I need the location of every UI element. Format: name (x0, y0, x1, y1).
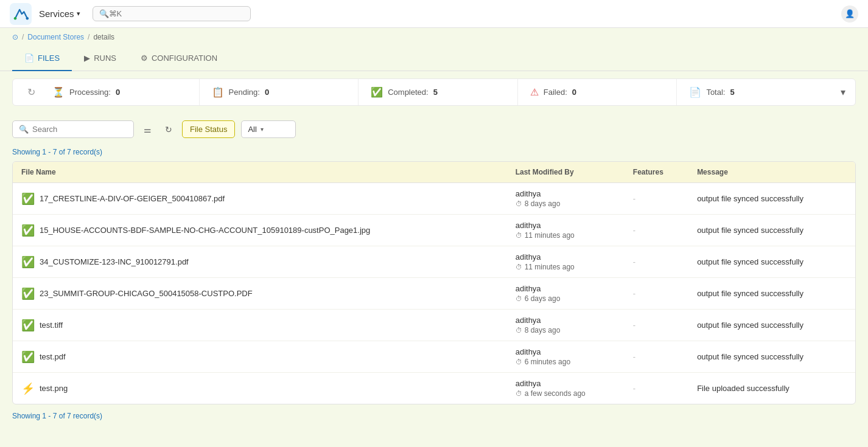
cell-file-name[interactable]: ✅ 34_CUSTOMIZE-123-INC_910012791.pdf (13, 246, 507, 278)
file-search-wrap[interactable]: 🔍 (12, 120, 134, 138)
search-input[interactable] (109, 9, 244, 18)
features-dash: - (633, 289, 635, 298)
time-text: 8 days ago (525, 199, 561, 208)
completed-label: Completed: (388, 88, 428, 97)
home-icon[interactable]: ⊙ (12, 33, 18, 41)
cell-file-name[interactable]: ✅ 17_CRESTLINE-A-DIV-OF-GEIGER_500410867… (13, 183, 507, 215)
pending-icon: ⚡ (21, 382, 35, 395)
cell-modified-by: adithya ⏱ 8 days ago (507, 310, 625, 341)
table-row: ⚡ test.png adithya ⏱ a few seconds ago -… (13, 373, 855, 404)
search-icon: 🔍 (99, 9, 109, 18)
table-row: ✅ 34_CUSTOMIZE-123-INC_910012791.pdf adi… (13, 246, 855, 278)
table-row: ✅ test.tiff adithya ⏱ 8 days ago - outpu… (13, 310, 855, 341)
svg-rect-0 (10, 3, 32, 25)
tab-bar: 📄 FILES ▶ RUNS ⚙ CONFIGURATION (0, 46, 868, 71)
total-value: 5 (730, 88, 734, 97)
features-dash: - (633, 384, 635, 393)
clock-icon: ⏱ (516, 263, 522, 271)
table-row: ✅ test.pdf adithya ⏱ 6 minutes ago - out… (13, 341, 855, 373)
time-text: 8 days ago (525, 326, 561, 334)
pending-label: Pending: (229, 88, 260, 97)
modified-user-name: adithya (516, 284, 616, 293)
expand-stats-button[interactable]: ▾ (836, 86, 845, 98)
processing-icon: ⏳ (52, 86, 65, 98)
cell-features: - (625, 373, 688, 404)
message-text: output file synced successfully (697, 226, 803, 235)
services-menu[interactable]: Services ▾ (39, 9, 80, 19)
cell-file-name[interactable]: ✅ 15_HOUSE-ACCOUNTS-BDF-SAMPLE-NO-CHG-AC… (13, 215, 507, 246)
pending-value: 0 (265, 88, 269, 97)
refresh-button[interactable]: ↻ (161, 121, 176, 138)
cell-file-name[interactable]: ✅ test.pdf (13, 341, 507, 373)
cell-modified-by: adithya ⏱ 8 days ago (507, 183, 625, 215)
cell-modified-by: adithya ⏱ 6 days ago (507, 278, 625, 310)
modified-time: ⏱ 6 days ago (516, 294, 616, 303)
modified-time: ⏱ 6 minutes ago (516, 358, 616, 366)
clock-icon: ⏱ (516, 390, 522, 397)
message-text: File uploaded successfully (697, 384, 789, 393)
breadcrumb-document-stores[interactable]: Document Stores (27, 33, 84, 41)
app-logo[interactable] (10, 3, 32, 25)
record-count-top: Showing 1 - 7 of 7 record(s) (12, 145, 856, 161)
filter-button[interactable]: ⚌ (140, 121, 155, 138)
user-profile-button[interactable]: 👤 (841, 5, 858, 23)
features-dash: - (633, 226, 635, 235)
clock-icon: ⏱ (516, 232, 522, 239)
total-stat: 📄 Total: 5 (677, 79, 836, 105)
modified-user-name: adithya (516, 189, 616, 198)
file-search-input[interactable] (32, 125, 127, 134)
refresh-icon: ↻ (27, 87, 35, 97)
failed-label: Failed: (544, 88, 567, 97)
file-name-text: 34_CUSTOMIZE-123-INC_910012791.pdf (40, 257, 189, 266)
cell-message: output file synced successfully (688, 215, 855, 246)
failed-stat: ⚠ Failed: 0 (518, 79, 677, 105)
refresh-stats-button[interactable]: ↻ (23, 81, 40, 103)
message-text: output file synced successfully (697, 352, 803, 361)
chevron-down-icon: ▾ (77, 10, 80, 18)
cell-features: - (625, 341, 688, 373)
cell-file-name[interactable]: ⚡ test.png (13, 373, 507, 404)
tab-files[interactable]: 📄 FILES (12, 46, 72, 71)
cell-message: output file synced successfully (688, 310, 855, 341)
file-name-text: 15_HOUSE-ACCOUNTS-BDF-SAMPLE-NO-CHG-ACCO… (40, 226, 370, 235)
global-search[interactable]: 🔍 (93, 6, 251, 21)
file-name-text: test.tiff (40, 321, 63, 330)
cell-features: - (625, 183, 688, 215)
modified-user-name: adithya (516, 316, 616, 325)
success-icon: ✅ (21, 319, 35, 332)
time-text: 11 minutes ago (525, 231, 575, 240)
status-dropdown[interactable]: All ▾ (241, 120, 296, 138)
top-navigation: Services ▾ 🔍 👤 (0, 0, 868, 28)
processing-label: Processing: (69, 88, 111, 97)
success-icon: ✅ (21, 350, 35, 364)
modified-time: ⏱ 8 days ago (516, 199, 616, 208)
pending-icon: 📋 (212, 86, 224, 98)
table-row: ✅ 17_CRESTLINE-A-DIV-OF-GEIGER_500410867… (13, 183, 855, 215)
tab-configuration[interactable]: ⚙ CONFIGURATION (128, 46, 229, 71)
tab-runs[interactable]: ▶ RUNS (72, 46, 128, 71)
file-name-text: 17_CRESTLINE-A-DIV-OF-GEIGER_500410867.p… (40, 194, 225, 203)
features-dash: - (633, 194, 635, 203)
time-text: 11 minutes ago (525, 263, 575, 271)
search-icon: 🔍 (19, 125, 29, 134)
cell-file-name[interactable]: ✅ test.tiff (13, 310, 507, 341)
message-text: output file synced successfully (697, 321, 803, 330)
success-icon: ✅ (21, 192, 35, 206)
runs-tab-label: RUNS (94, 54, 116, 63)
cell-message: output file synced successfully (688, 183, 855, 215)
file-status-button[interactable]: File Status (182, 120, 235, 138)
cell-modified-by: adithya ⏱ 11 minutes ago (507, 215, 625, 246)
modified-time: ⏱ 11 minutes ago (516, 263, 616, 271)
cell-features: - (625, 215, 688, 246)
record-count-bottom: Showing 1 - 7 of 7 record(s) (12, 404, 856, 423)
cell-file-name[interactable]: ✅ 23_SUMMIT-GROUP-CHICAGO_500415058-CUST… (13, 278, 507, 310)
time-text: a few seconds ago (525, 389, 586, 398)
table-row: ✅ 23_SUMMIT-GROUP-CHICAGO_500415058-CUST… (13, 278, 855, 310)
cell-modified-by: adithya ⏱ 6 minutes ago (507, 341, 625, 373)
status-all-label: All (248, 125, 256, 134)
modified-user-name: adithya (516, 252, 616, 262)
breadcrumb-sep1: / (22, 33, 24, 41)
cell-message: output file synced successfully (688, 246, 855, 278)
file-name-text: test.png (40, 384, 68, 393)
failed-icon: ⚠ (530, 86, 539, 98)
